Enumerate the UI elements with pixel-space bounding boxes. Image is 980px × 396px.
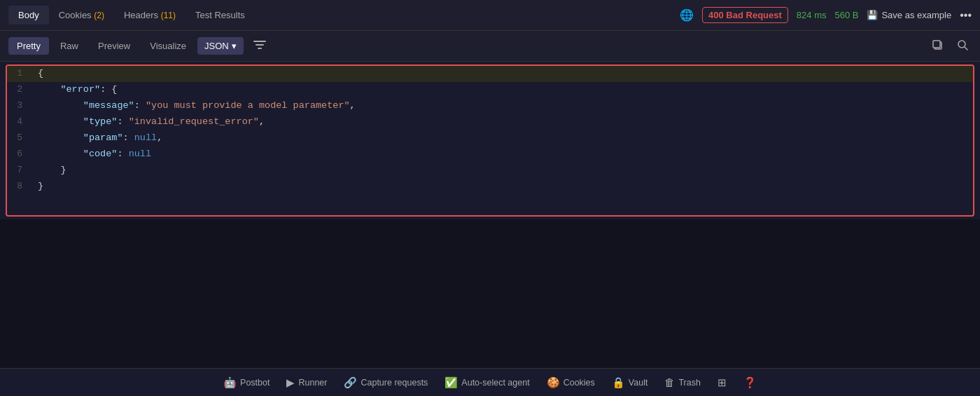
postbot-icon: 🤖 (223, 376, 237, 389)
response-size: 560 B (834, 10, 858, 20)
bottom-bar: 🤖 Postbot ▶ Runner 🔗 Capture requests ✅ … (0, 368, 980, 396)
line-content: "type": "invalid_request_error", (32, 114, 973, 130)
bottom-trash[interactable]: 🗑 Trash (664, 376, 701, 388)
tab-headers[interactable]: Headers (11) (114, 6, 186, 25)
line-content: "param": null, (32, 130, 973, 146)
line-content: "code": null (32, 146, 973, 163)
toolbar-actions (928, 36, 972, 57)
tab-test-results[interactable]: Test Results (186, 6, 255, 25)
response-meta: 🌐 400 Bad Request 824 ms 560 B 💾 Save as… (680, 7, 972, 23)
preview-button[interactable]: Preview (90, 37, 139, 55)
line-number: 4 (7, 114, 32, 130)
help-icon: ❓ (743, 376, 757, 389)
save-icon: 💾 (867, 10, 878, 20)
raw-button[interactable]: Raw (52, 37, 87, 55)
bottom-capture-requests[interactable]: 🔗 Capture requests (344, 376, 428, 389)
capture-icon: 🔗 (344, 376, 357, 389)
code-table: 1{2 "error": {3 "message": "you must pro… (7, 66, 973, 195)
visualize-button[interactable]: Visualize (141, 37, 195, 55)
bottom-postbot[interactable]: 🤖 Postbot (223, 376, 270, 389)
svg-rect-1 (255, 44, 264, 46)
svg-line-6 (965, 47, 967, 50)
line-content: } (32, 179, 973, 195)
response-body-code: 1{2 "error": {3 "message": "you must pro… (6, 64, 974, 217)
auto-select-icon: ✅ (444, 376, 458, 389)
trash-icon: 🗑 (664, 376, 675, 388)
line-number: 5 (7, 130, 32, 146)
tab-bar: Body Cookies (2) Headers (11) Test Resul… (0, 0, 980, 31)
line-number: 6 (7, 146, 32, 163)
more-options-icon[interactable]: ••• (960, 9, 972, 22)
globe-icon[interactable]: 🌐 (680, 8, 694, 22)
line-content: "error": { (32, 82, 973, 98)
runner-icon: ▶ (286, 376, 295, 389)
vault-icon: 🔒 (612, 376, 625, 389)
line-content: } (32, 163, 973, 179)
bottom-runner[interactable]: ▶ Runner (286, 376, 327, 389)
tab-cookies[interactable]: Cookies (2) (49, 6, 114, 25)
line-content: { (32, 66, 973, 82)
pretty-button[interactable]: Pretty (8, 37, 49, 55)
bottom-vault[interactable]: 🔒 Vault (612, 376, 648, 389)
bottom-auto-select-agent[interactable]: ✅ Auto-select agent (444, 376, 529, 389)
empty-area (0, 219, 980, 369)
bottom-cookies[interactable]: 🍪 Cookies (547, 376, 595, 389)
line-content: "message": "you must provide a model par… (32, 98, 973, 114)
bottom-grid[interactable]: ⊞ (718, 376, 727, 389)
line-number: 7 (7, 163, 32, 179)
grid-icon: ⊞ (718, 376, 727, 389)
status-badge: 400 Bad Request (702, 7, 788, 23)
tab-body[interactable]: Body (8, 6, 49, 25)
bottom-help[interactable]: ❓ (743, 376, 757, 389)
search-button[interactable] (953, 36, 972, 57)
svg-rect-2 (258, 48, 262, 49)
response-time: 824 ms (797, 10, 827, 20)
copy-button[interactable] (928, 36, 946, 57)
line-number: 1 (7, 66, 32, 82)
svg-rect-0 (253, 41, 266, 42)
line-number: 2 (7, 82, 32, 98)
line-number: 3 (7, 98, 32, 114)
filter-button[interactable] (246, 36, 273, 56)
format-toolbar: Pretty Raw Preview Visualize JSON ▾ (0, 31, 980, 62)
json-format-dropdown[interactable]: JSON ▾ (197, 37, 244, 55)
line-number: 8 (7, 179, 32, 195)
cookies-icon: 🍪 (547, 376, 560, 389)
svg-rect-4 (933, 41, 940, 48)
save-example-button[interactable]: 💾 Save as example (867, 10, 951, 20)
chevron-down-icon: ▾ (232, 41, 237, 51)
